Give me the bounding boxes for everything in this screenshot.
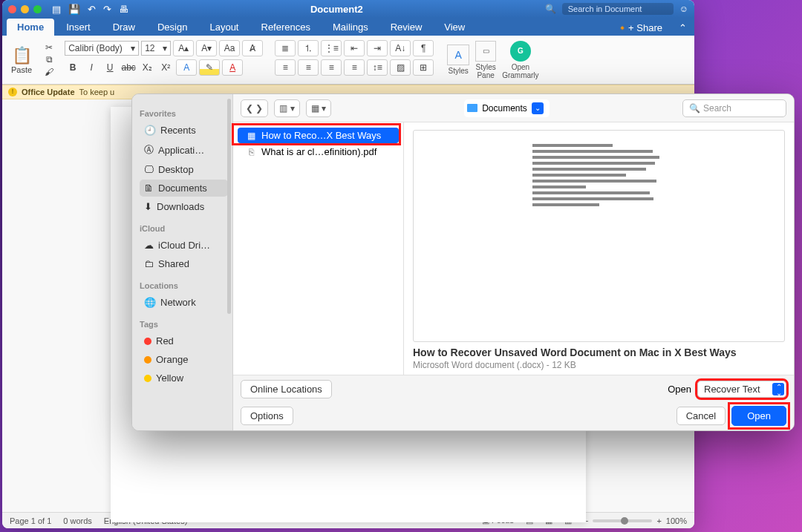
sidebar-item-icloud-drive[interactable]: ☁iCloud Dri…	[140, 237, 228, 254]
dialog-search-input[interactable]: 🔍 Search	[682, 99, 786, 117]
tab-view[interactable]: View	[434, 19, 475, 36]
save-icon[interactable]: 💾	[68, 4, 80, 15]
tab-draw[interactable]: Draw	[102, 19, 146, 36]
sidebar-item-downloads[interactable]: ⬇Downloads	[140, 198, 228, 215]
zoom-in-icon[interactable]: +	[656, 516, 661, 525]
sidebar-item-shared[interactable]: 🗀Shared	[140, 255, 228, 272]
styles-gallery[interactable]: A Styles	[447, 45, 469, 75]
numbering-icon[interactable]: ⒈	[298, 40, 319, 56]
justify-icon[interactable]: ≡	[344, 59, 365, 76]
zoom-slider[interactable]	[593, 519, 652, 522]
update-title: Office Update	[22, 88, 75, 96]
align-center-icon[interactable]: ≡	[298, 59, 319, 76]
sidebar-item-desktop[interactable]: 🖵Desktop	[140, 161, 228, 178]
shading-icon[interactable]: ▨	[390, 59, 411, 76]
styles-pane-button[interactable]: ▭ Styles Pane	[475, 41, 496, 79]
open-format-select[interactable]: Recover Text ⌃⌄	[697, 381, 786, 398]
view-mode-grid[interactable]: ▦ ▾	[306, 99, 331, 117]
zoom-percent[interactable]: 100%	[666, 516, 687, 525]
cut-icon[interactable]: ✂	[41, 42, 57, 53]
autosave-icon[interactable]: ▤	[52, 4, 61, 15]
tab-design[interactable]: Design	[147, 19, 198, 36]
open-button[interactable]: Open	[731, 406, 786, 426]
sort-icon[interactable]: A↓	[390, 40, 411, 56]
word-count[interactable]: 0 words	[63, 516, 92, 525]
subscript-icon[interactable]: X₂	[139, 59, 155, 76]
show-marks-icon[interactable]: ¶	[413, 40, 434, 56]
warning-icon: !	[8, 88, 17, 96]
word-file-icon: ▦	[245, 131, 257, 141]
copy-icon[interactable]: ⧉	[41, 53, 57, 65]
redo-icon[interactable]: ↷	[103, 4, 111, 15]
documents-icon: 🗎	[144, 183, 154, 194]
grow-font-icon[interactable]: A▴	[173, 40, 194, 56]
window-controls[interactable]	[8, 5, 42, 13]
location-picker[interactable]: Documents ⌄	[464, 99, 550, 117]
sidebar-item-recents[interactable]: 🕘Recents	[140, 122, 228, 139]
align-right-icon[interactable]: ≡	[321, 59, 342, 76]
shrink-font-icon[interactable]: A▾	[196, 40, 217, 56]
tab-review[interactable]: Review	[380, 19, 433, 36]
close-icon[interactable]	[8, 5, 16, 13]
zoom-controls[interactable]: − + 100%	[584, 516, 687, 525]
highlight-icon[interactable]: ✎	[199, 59, 220, 76]
tab-references[interactable]: References	[251, 19, 321, 36]
dialog-lower-bar: Online Locations Open Recover Text ⌃⌄ Op…	[233, 375, 794, 430]
sidebar-tag-yellow[interactable]: Yellow	[140, 370, 228, 387]
dialog-sidebar: Favorites 🕘Recents ⒶApplicati… 🖵Desktop …	[132, 94, 233, 430]
font-name-combo[interactable]: Calibri (Body) ▾	[65, 41, 139, 56]
sidebar-item-documents[interactable]: 🗎Documents	[140, 180, 228, 197]
tags-header: Tags	[140, 320, 228, 329]
view-mode-columns[interactable]: ▥ ▾	[274, 99, 299, 117]
titlebar: ▤ 💾 ↶ ↷ 🖶 Document2 🔍 Search in Document…	[2, 0, 694, 18]
paste-label: Paste	[11, 65, 32, 74]
font-color-icon[interactable]: A	[222, 59, 243, 76]
sidebar-item-network[interactable]: 🌐Network	[140, 294, 228, 311]
tab-mailings[interactable]: Mailings	[322, 19, 379, 36]
format-painter-icon[interactable]: 🖌	[41, 66, 57, 78]
borders-icon[interactable]: ⊞	[413, 59, 434, 76]
tab-layout[interactable]: Layout	[199, 19, 249, 36]
superscript-icon[interactable]: X²	[157, 59, 174, 76]
print-icon[interactable]: 🖶	[119, 4, 128, 15]
nav-back-forward[interactable]: ❮ ❯	[241, 99, 268, 117]
clear-formatting-icon[interactable]: A̷	[242, 40, 263, 56]
strikethrough-icon[interactable]: abc	[120, 59, 137, 76]
line-spacing-icon[interactable]: ↕≡	[367, 59, 388, 76]
tab-home[interactable]: Home	[7, 19, 54, 36]
sidebar-item-applications[interactable]: ⒶApplicati…	[140, 140, 228, 160]
page-indicator[interactable]: Page 1 of 1	[10, 516, 51, 525]
file-row-selected[interactable]: ▦ How to Reco…X Best Ways	[238, 128, 399, 143]
tab-insert[interactable]: Insert	[56, 19, 101, 36]
collapse-ribbon-icon[interactable]: ⌃	[671, 20, 694, 36]
sidebar-tag-red[interactable]: Red	[140, 332, 228, 349]
multilevel-list-icon[interactable]: ⋮≡	[321, 40, 342, 56]
sidebar-scrollbar[interactable]	[227, 99, 231, 314]
clipboard-group: 📋 Paste	[5, 37, 38, 82]
sidebar-tag-orange[interactable]: Orange	[140, 351, 228, 368]
bold-icon[interactable]: B	[65, 59, 81, 76]
font-size-combo[interactable]: 12 ▾	[141, 41, 171, 56]
grammarly-button[interactable]: G Open Grammarly	[502, 41, 538, 79]
zoom-icon[interactable]	[33, 5, 42, 13]
italic-icon[interactable]: I	[83, 59, 100, 76]
cancel-button[interactable]: Cancel	[677, 407, 726, 425]
underline-icon[interactable]: U	[102, 59, 118, 76]
undo-icon[interactable]: ↶	[88, 4, 96, 15]
text-effects-icon[interactable]: A	[176, 59, 197, 76]
options-button[interactable]: Options	[241, 407, 293, 425]
search-document-input[interactable]: Search in Document	[562, 3, 674, 15]
change-case-icon[interactable]: Aa	[219, 40, 240, 56]
align-left-icon[interactable]: ≡	[275, 59, 296, 76]
file-list: ▦ How to Reco…X Best Ways ⎘ What is ar c…	[233, 122, 404, 375]
file-row[interactable]: ⎘ What is ar cl…efinition).pdf	[238, 144, 399, 160]
account-icon[interactable]: ☺	[679, 4, 688, 14]
online-locations-button[interactable]: Online Locations	[241, 380, 332, 398]
document-title: Document2	[128, 4, 545, 15]
increase-indent-icon[interactable]: ⇥	[367, 40, 388, 56]
share-button[interactable]: 🔸+ Share	[609, 20, 670, 36]
minimize-icon[interactable]	[21, 5, 29, 13]
decrease-indent-icon[interactable]: ⇤	[344, 40, 365, 56]
paste-icon[interactable]: 📋	[12, 46, 32, 65]
bullets-icon[interactable]: ≣	[275, 40, 296, 56]
